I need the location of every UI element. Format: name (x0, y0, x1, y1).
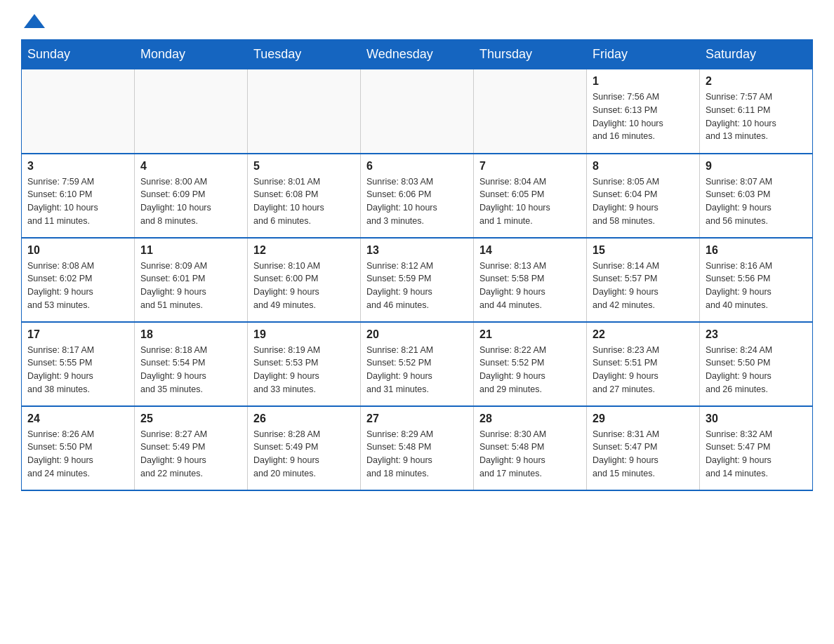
day-info: Sunrise: 8:10 AM Sunset: 6:00 PM Dayligh… (253, 260, 355, 312)
calendar-cell: 1Sunrise: 7:56 AM Sunset: 6:13 PM Daylig… (587, 69, 700, 154)
day-info: Sunrise: 8:27 AM Sunset: 5:49 PM Dayligh… (140, 428, 241, 481)
day-number: 16 (706, 244, 807, 257)
calendar-cell: 7Sunrise: 8:04 AM Sunset: 6:05 PM Daylig… (474, 154, 587, 238)
calendar-cell: 16Sunrise: 8:16 AM Sunset: 5:56 PM Dayli… (700, 238, 813, 322)
weekday-header-monday: Monday (135, 40, 248, 69)
calendar-cell: 4Sunrise: 8:00 AM Sunset: 6:09 PM Daylig… (135, 154, 248, 238)
calendar-cell: 6Sunrise: 8:03 AM Sunset: 6:06 PM Daylig… (361, 154, 474, 238)
calendar-body: 1Sunrise: 7:56 AM Sunset: 6:13 PM Daylig… (22, 69, 813, 490)
calendar-cell: 9Sunrise: 8:07 AM Sunset: 6:03 PM Daylig… (700, 154, 813, 238)
day-info: Sunrise: 8:21 AM Sunset: 5:52 PM Dayligh… (366, 344, 468, 396)
calendar-cell: 25Sunrise: 8:27 AM Sunset: 5:49 PM Dayli… (135, 406, 248, 490)
day-info: Sunrise: 8:28 AM Sunset: 5:49 PM Dayligh… (253, 428, 355, 481)
day-number: 3 (27, 160, 128, 173)
logo (21, 14, 45, 25)
weekday-header-wednesday: Wednesday (361, 40, 474, 69)
calendar-cell: 3Sunrise: 7:59 AM Sunset: 6:10 PM Daylig… (22, 154, 135, 238)
calendar-cell: 18Sunrise: 8:18 AM Sunset: 5:54 PM Dayli… (135, 322, 248, 406)
day-info: Sunrise: 8:08 AM Sunset: 6:02 PM Dayligh… (27, 260, 128, 312)
day-info: Sunrise: 7:57 AM Sunset: 6:11 PM Dayligh… (706, 90, 807, 143)
day-number: 23 (706, 328, 807, 341)
page-header (21, 14, 813, 25)
day-info: Sunrise: 8:05 AM Sunset: 6:04 PM Dayligh… (593, 175, 694, 228)
day-number: 14 (479, 244, 581, 257)
day-number: 30 (706, 412, 807, 425)
calendar-cell: 10Sunrise: 8:08 AM Sunset: 6:02 PM Dayli… (22, 238, 135, 322)
day-info: Sunrise: 8:09 AM Sunset: 6:01 PM Dayligh… (140, 260, 241, 312)
day-info: Sunrise: 8:13 AM Sunset: 5:58 PM Dayligh… (479, 260, 581, 312)
calendar-cell: 26Sunrise: 8:28 AM Sunset: 5:49 PM Dayli… (248, 406, 361, 490)
calendar-cell: 17Sunrise: 8:17 AM Sunset: 5:55 PM Dayli… (22, 322, 135, 406)
day-number: 21 (479, 328, 581, 341)
logo-line1 (21, 14, 45, 28)
day-number: 29 (593, 412, 694, 425)
day-number: 9 (706, 160, 807, 173)
calendar-table: SundayMondayTuesdayWednesdayThursdayFrid… (21, 39, 813, 491)
weekday-header-friday: Friday (587, 40, 700, 69)
day-number: 13 (366, 244, 468, 257)
calendar-cell: 19Sunrise: 8:19 AM Sunset: 5:53 PM Dayli… (248, 322, 361, 406)
day-number: 7 (479, 160, 581, 173)
day-number: 19 (253, 328, 355, 341)
day-info: Sunrise: 8:16 AM Sunset: 5:56 PM Dayligh… (706, 260, 807, 312)
day-number: 4 (140, 160, 241, 173)
calendar-cell: 13Sunrise: 8:12 AM Sunset: 5:59 PM Dayli… (361, 238, 474, 322)
day-info: Sunrise: 8:32 AM Sunset: 5:47 PM Dayligh… (706, 428, 807, 481)
weekday-header-saturday: Saturday (700, 40, 813, 69)
calendar-cell: 14Sunrise: 8:13 AM Sunset: 5:58 PM Dayli… (474, 238, 587, 322)
calendar-cell: 23Sunrise: 8:24 AM Sunset: 5:50 PM Dayli… (700, 322, 813, 406)
day-number: 27 (366, 412, 468, 425)
day-info: Sunrise: 8:19 AM Sunset: 5:53 PM Dayligh… (253, 344, 355, 396)
calendar-cell: 11Sunrise: 8:09 AM Sunset: 6:01 PM Dayli… (135, 238, 248, 322)
day-info: Sunrise: 8:03 AM Sunset: 6:06 PM Dayligh… (366, 175, 468, 228)
day-info: Sunrise: 8:30 AM Sunset: 5:48 PM Dayligh… (479, 428, 581, 481)
calendar-cell: 29Sunrise: 8:31 AM Sunset: 5:47 PM Dayli… (587, 406, 700, 490)
calendar-cell (22, 69, 135, 154)
calendar-week-4: 17Sunrise: 8:17 AM Sunset: 5:55 PM Dayli… (22, 322, 813, 406)
weekday-header-tuesday: Tuesday (248, 40, 361, 69)
weekday-header-thursday: Thursday (474, 40, 587, 69)
calendar-cell (135, 69, 248, 154)
calendar-cell: 27Sunrise: 8:29 AM Sunset: 5:48 PM Dayli… (361, 406, 474, 490)
day-number: 15 (593, 244, 694, 257)
calendar-week-1: 1Sunrise: 7:56 AM Sunset: 6:13 PM Daylig… (22, 69, 813, 154)
calendar-cell: 2Sunrise: 7:57 AM Sunset: 6:11 PM Daylig… (700, 69, 813, 154)
calendar-cell (474, 69, 587, 154)
calendar-cell: 5Sunrise: 8:01 AM Sunset: 6:08 PM Daylig… (248, 154, 361, 238)
day-number: 6 (366, 160, 468, 173)
day-number: 28 (479, 412, 581, 425)
day-info: Sunrise: 8:07 AM Sunset: 6:03 PM Dayligh… (706, 175, 807, 228)
day-info: Sunrise: 8:18 AM Sunset: 5:54 PM Dayligh… (140, 344, 241, 396)
weekday-header-row: SundayMondayTuesdayWednesdayThursdayFrid… (22, 40, 813, 69)
day-number: 17 (27, 328, 128, 341)
calendar-header: SundayMondayTuesdayWednesdayThursdayFrid… (22, 40, 813, 69)
day-number: 2 (706, 75, 807, 88)
day-number: 20 (366, 328, 468, 341)
day-number: 5 (253, 160, 355, 173)
day-number: 10 (27, 244, 128, 257)
calendar-cell: 28Sunrise: 8:30 AM Sunset: 5:48 PM Dayli… (474, 406, 587, 490)
weekday-header-sunday: Sunday (22, 40, 135, 69)
day-info: Sunrise: 8:23 AM Sunset: 5:51 PM Dayligh… (593, 344, 694, 396)
calendar-cell: 20Sunrise: 8:21 AM Sunset: 5:52 PM Dayli… (361, 322, 474, 406)
calendar-cell: 15Sunrise: 8:14 AM Sunset: 5:57 PM Dayli… (587, 238, 700, 322)
calendar-week-5: 24Sunrise: 8:26 AM Sunset: 5:50 PM Dayli… (22, 406, 813, 490)
day-info: Sunrise: 8:12 AM Sunset: 5:59 PM Dayligh… (366, 260, 468, 312)
calendar-cell: 8Sunrise: 8:05 AM Sunset: 6:04 PM Daylig… (587, 154, 700, 238)
calendar-cell: 22Sunrise: 8:23 AM Sunset: 5:51 PM Dayli… (587, 322, 700, 406)
day-number: 22 (593, 328, 694, 341)
day-number: 25 (140, 412, 241, 425)
day-info: Sunrise: 8:14 AM Sunset: 5:57 PM Dayligh… (593, 260, 694, 312)
day-info: Sunrise: 7:59 AM Sunset: 6:10 PM Dayligh… (27, 175, 128, 228)
calendar-week-3: 10Sunrise: 8:08 AM Sunset: 6:02 PM Dayli… (22, 238, 813, 322)
day-number: 18 (140, 328, 241, 341)
day-number: 8 (593, 160, 694, 173)
day-info: Sunrise: 8:00 AM Sunset: 6:09 PM Dayligh… (140, 175, 241, 228)
day-number: 26 (253, 412, 355, 425)
day-info: Sunrise: 8:24 AM Sunset: 5:50 PM Dayligh… (706, 344, 807, 396)
day-info: Sunrise: 8:04 AM Sunset: 6:05 PM Dayligh… (479, 175, 581, 228)
day-info: Sunrise: 7:56 AM Sunset: 6:13 PM Dayligh… (593, 90, 694, 143)
calendar-cell: 21Sunrise: 8:22 AM Sunset: 5:52 PM Dayli… (474, 322, 587, 406)
calendar-cell: 12Sunrise: 8:10 AM Sunset: 6:00 PM Dayli… (248, 238, 361, 322)
logo-triangle-icon (24, 14, 45, 28)
